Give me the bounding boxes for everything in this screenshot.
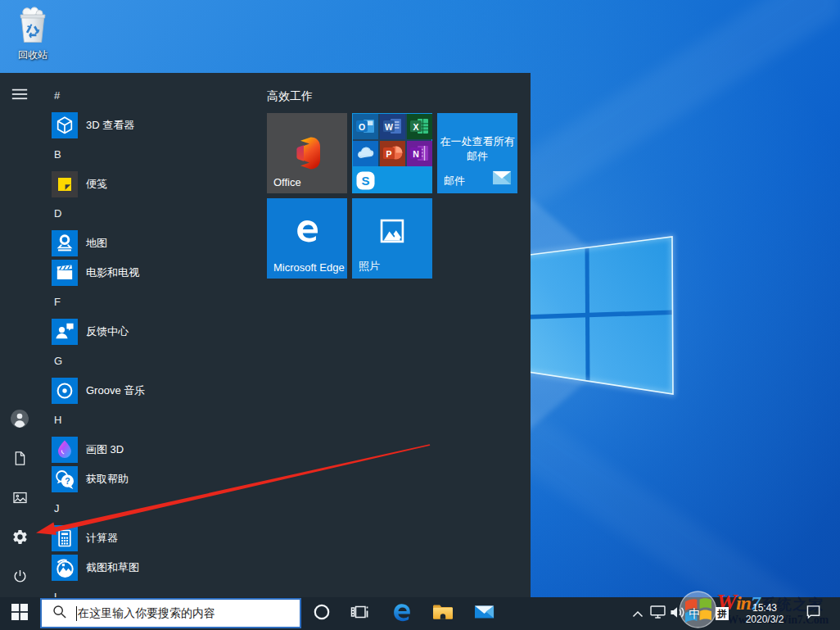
tile-photos[interactable]: 照片: [352, 198, 432, 279]
ime-mode-button[interactable]: 中: [688, 597, 702, 630]
search-icon: [52, 604, 67, 623]
excel-icon: X: [407, 114, 432, 139]
documents-button[interactable]: [0, 440, 39, 479]
stickynotes-icon: [52, 171, 78, 197]
mail-icon: [474, 604, 495, 623]
skype-icon: S: [353, 168, 378, 193]
snip-icon: [52, 555, 78, 581]
app-list-item-movies-tv[interactable]: 电影和电视: [39, 258, 252, 288]
expand-menu-button[interactable]: [0, 76, 39, 116]
gethelp-icon: ?: [52, 466, 78, 492]
onenote-icon: N: [407, 141, 432, 166]
app-list-item-get-help[interactable]: ? 获取帮助: [39, 465, 252, 494]
hamburger-icon: [11, 85, 29, 107]
file-explorer-button[interactable]: [427, 597, 459, 630]
recycle-bin-icon: [14, 33, 52, 47]
app-list-item-calculator[interactable]: 计算器: [39, 523, 252, 553]
folder-icon: [432, 603, 454, 624]
app-list-item-maps[interactable]: 地图: [39, 229, 252, 258]
power-icon: [12, 569, 28, 587]
onedrive-icon: [353, 141, 378, 166]
chevron-up-icon: [632, 606, 644, 621]
clock-date: 2020/3/2: [746, 614, 784, 625]
office-folder-grid: O W X P N S: [353, 114, 431, 193]
app-list-header: D: [39, 199, 252, 229]
start-menu: # 3D 查看器 B 便笺 D 地图 电影和电视 F 反馈中心: [0, 73, 531, 597]
network-icon: [650, 605, 666, 622]
tile-office[interactable]: Office: [267, 113, 347, 193]
tile-microsoft-edge[interactable]: Microsoft Edge: [267, 198, 347, 279]
pictures-icon: [12, 490, 28, 509]
mail-taskbar-button[interactable]: [467, 597, 500, 630]
recycle-bin-label: 回收站: [10, 48, 56, 62]
mail-tile-text: 在一处查看所有邮件: [439, 134, 516, 164]
windows-logo-icon: [11, 604, 28, 623]
app-list-header: #: [39, 81, 252, 111]
powerpoint-icon: P: [380, 141, 405, 166]
clock-time: 15:43: [752, 602, 777, 614]
movies-icon: [52, 260, 78, 286]
app-list-header: H: [39, 406, 252, 435]
cortana-button[interactable]: [305, 597, 338, 630]
power-button[interactable]: [0, 558, 39, 597]
task-view-icon: [350, 602, 369, 625]
start-menu-rail: [0, 73, 39, 597]
svg-text:N: N: [413, 149, 419, 159]
svg-text:S: S: [361, 174, 369, 188]
network-tray-button[interactable]: [648, 597, 666, 630]
app-list-header: L: [39, 582, 252, 597]
tile-office-apps-folder[interactable]: O W X P N S: [352, 113, 432, 193]
svg-text:X: X: [413, 122, 418, 132]
start-button[interactable]: [0, 597, 39, 630]
show-hidden-icons-button[interactable]: [629, 597, 647, 630]
outlook-icon: O: [353, 114, 378, 139]
svg-text:O: O: [359, 122, 365, 132]
edge-taskbar-button[interactable]: [385, 597, 418, 630]
svg-text:W: W: [385, 122, 393, 132]
speaker-icon: [670, 605, 686, 623]
svg-text:P: P: [386, 149, 391, 159]
desktop: 回收站 # 3D 查看器 B 便笺 D 地图: [0, 0, 840, 630]
photos-icon: [352, 198, 432, 264]
clock[interactable]: 15:43 2020/3/2: [734, 597, 796, 630]
task-view-button[interactable]: [343, 597, 376, 630]
gear-icon: [11, 528, 29, 549]
svg-text:?: ?: [65, 476, 70, 486]
document-icon: [12, 451, 28, 469]
text-cursor: [76, 606, 77, 621]
app-list-item-feedback-hub[interactable]: 反馈中心: [39, 317, 252, 347]
app-list-item-paint3d[interactable]: 画图 3D: [39, 435, 252, 465]
app-list-header: J: [39, 494, 252, 523]
app-list-item-3d-viewer[interactable]: 3D 查看器: [39, 111, 252, 140]
calculator-icon: [52, 525, 78, 551]
app-list-header: B: [39, 140, 252, 170]
cortana-icon: [313, 603, 331, 624]
app-list-header: F: [39, 288, 252, 317]
app-list-item-groove-music[interactable]: Groove 音乐: [39, 376, 252, 406]
mail-envelope-icon: [492, 170, 512, 188]
volume-tray-button[interactable]: [669, 597, 687, 630]
paint3d-icon: [52, 437, 78, 463]
tile-mail[interactable]: 在一处查看所有邮件 邮件: [437, 113, 517, 193]
action-center-button[interactable]: [799, 597, 827, 630]
settings-button[interactable]: [0, 519, 39, 558]
maps-icon: [52, 230, 78, 256]
app-list-item-sticky-notes[interactable]: 便笺: [39, 170, 252, 199]
app-list: # 3D 查看器 B 便笺 D 地图 电影和电视 F 反馈中心: [39, 81, 252, 597]
edge-logo-icon: [267, 198, 347, 264]
app-list-item-snip-sketch[interactable]: 截图和草图: [39, 553, 252, 582]
ime-pinyin-badge[interactable]: 拼: [716, 607, 729, 620]
app-list-header: G: [39, 347, 252, 376]
feedback-icon: [52, 319, 78, 345]
pictures-button[interactable]: [0, 479, 39, 519]
user-account-button[interactable]: [0, 401, 39, 440]
word-icon: W: [380, 114, 405, 139]
viewer3d-icon: [52, 112, 78, 138]
edge-icon: [391, 601, 413, 627]
tile-group-title: 高效工作: [267, 89, 313, 104]
user-icon: [10, 409, 29, 432]
search-box[interactable]: 在这里输入你要搜索的内容: [40, 598, 301, 628]
recycle-bin[interactable]: 回收站: [10, 5, 56, 62]
groove-icon: [52, 378, 78, 404]
action-center-icon: [806, 605, 821, 623]
